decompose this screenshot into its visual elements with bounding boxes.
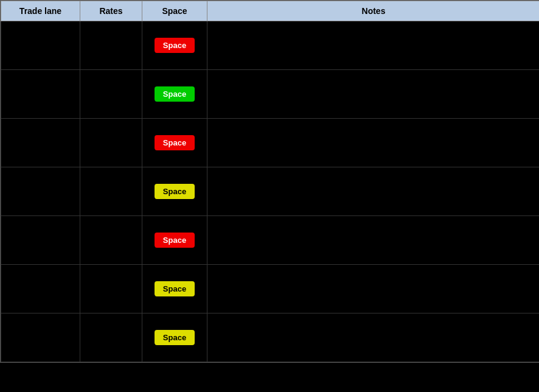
cell-notes	[207, 167, 540, 216]
cell-rates	[80, 70, 142, 119]
table-row: Space	[1, 119, 540, 167]
cell-notes	[207, 265, 540, 313]
table-row: Space	[1, 167, 540, 216]
cell-space: Space	[142, 21, 207, 70]
cell-space: Space	[142, 119, 207, 167]
space-badge[interactable]: Space	[155, 135, 195, 150]
table-header-row: Trade lane Rates Space Notes	[1, 1, 540, 21]
cell-rates	[80, 119, 142, 167]
cell-space: Space	[142, 265, 207, 313]
table-row: Space	[1, 265, 540, 313]
table-row: Space	[1, 216, 540, 265]
space-badge[interactable]: Space	[155, 184, 195, 199]
cell-rates	[80, 313, 142, 362]
cell-rates	[80, 21, 142, 70]
cell-trade-lane	[1, 70, 80, 119]
header-trade-lane: Trade lane	[1, 1, 80, 21]
table-row: Space	[1, 313, 540, 362]
cell-notes	[207, 313, 540, 362]
cell-trade-lane	[1, 265, 80, 313]
cell-space: Space	[142, 216, 207, 265]
cell-trade-lane	[1, 21, 80, 70]
table-row: Space	[1, 70, 540, 119]
space-badge[interactable]: Space	[155, 233, 195, 248]
cell-trade-lane	[1, 167, 80, 216]
header-space: Space	[142, 1, 207, 21]
cell-notes	[207, 119, 540, 167]
space-badge[interactable]: Space	[155, 38, 195, 53]
cell-notes	[207, 21, 540, 70]
cell-rates	[80, 167, 142, 216]
space-badge[interactable]: Space	[155, 281, 195, 296]
cell-space: Space	[142, 167, 207, 216]
cell-trade-lane	[1, 119, 80, 167]
table-row: Space	[1, 21, 540, 70]
cell-trade-lane	[1, 216, 80, 265]
rates-table: Trade lane Rates Space Notes SpaceSpaceS…	[1, 1, 539, 362]
cell-space: Space	[142, 313, 207, 362]
space-badge[interactable]: Space	[155, 86, 195, 102]
cell-trade-lane	[1, 313, 80, 362]
space-badge[interactable]: Space	[155, 330, 195, 345]
cell-space: Space	[142, 70, 207, 119]
cell-notes	[207, 70, 540, 119]
cell-notes	[207, 216, 540, 265]
main-table-container: Trade lane Rates Space Notes SpaceSpaceS…	[0, 0, 539, 363]
header-rates: Rates	[80, 1, 142, 21]
cell-rates	[80, 265, 142, 313]
cell-rates	[80, 216, 142, 265]
header-notes: Notes	[207, 1, 540, 21]
